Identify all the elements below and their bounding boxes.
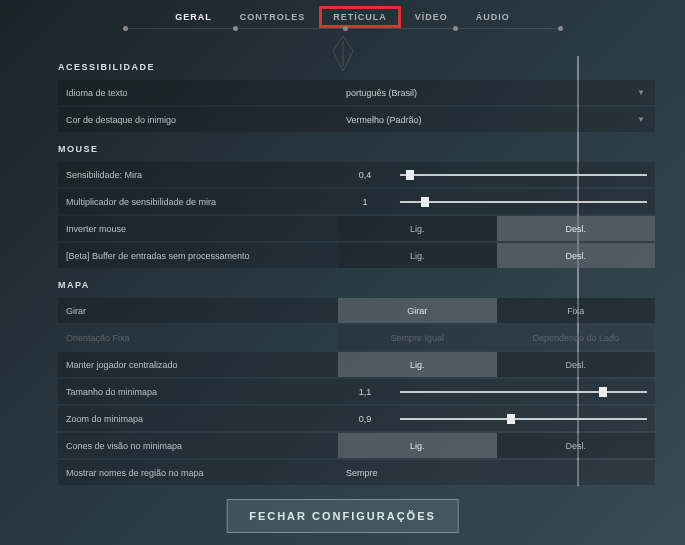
- row-minimap-size: Tamanho do minimapa 1,1: [58, 379, 655, 404]
- dropdown-language-value: português (Brasil): [346, 88, 417, 98]
- section-accessibility: ACESSIBILIDADE: [58, 62, 655, 72]
- label-invert-mouse: Inverter mouse: [58, 224, 338, 234]
- toggle-on[interactable]: Lig.: [338, 352, 497, 377]
- tab-bar: GERAL CONTROLES RETÍCULA VÍDEO ÁUDIO: [0, 0, 685, 28]
- value-minimap-zoom[interactable]: 0,9: [338, 414, 392, 424]
- label-rotate: Girar: [58, 306, 338, 316]
- settings-content: ACESSIBILIDADE Idioma de texto português…: [58, 50, 655, 485]
- row-minimap-zoom: Zoom do minimapa 0,9: [58, 406, 655, 431]
- tab-reticula[interactable]: RETÍCULA: [319, 6, 401, 28]
- toggle-fixed-orientation: Sempre Igual Dependendo do Lado: [338, 325, 655, 350]
- label-sens-multiplier: Multiplicador de sensibilidade de mira: [58, 197, 338, 207]
- toggle-off[interactable]: Desl.: [497, 433, 656, 458]
- toggle-fo-2: Dependendo do Lado: [497, 325, 656, 350]
- toggle-on[interactable]: Lig.: [338, 433, 497, 458]
- tab-video[interactable]: VÍDEO: [401, 6, 462, 28]
- toggle-on[interactable]: Lig.: [338, 216, 497, 241]
- row-language: Idioma de texto português (Brasil) ▼: [58, 80, 655, 105]
- row-rotate: Girar Girar Fixa: [58, 298, 655, 323]
- dropdown-language[interactable]: português (Brasil) ▼: [338, 80, 655, 105]
- row-sens-multiplier: Multiplicador de sensibilidade de mira 1: [58, 189, 655, 214]
- toggle-off[interactable]: Desl.: [497, 216, 656, 241]
- section-mouse: MOUSE: [58, 144, 655, 154]
- value-sensitivity[interactable]: 0,4: [338, 170, 392, 180]
- toggle-on[interactable]: Lig.: [338, 243, 497, 268]
- row-sensitivity: Sensibilidade: Mira 0,4: [58, 162, 655, 187]
- value-minimap-size[interactable]: 1,1: [338, 387, 392, 397]
- row-keep-centered: Manter jogador centralizado Lig. Desl.: [58, 352, 655, 377]
- row-enemy-color: Cor de destaque do inimigo Vermelho (Pad…: [58, 107, 655, 132]
- value-sens-multiplier[interactable]: 1: [338, 197, 392, 207]
- row-invert-mouse: Inverter mouse Lig. Desl.: [58, 216, 655, 241]
- label-fixed-orientation: Orientação Fixa: [58, 333, 338, 343]
- toggle-raw-buffer[interactable]: Lig. Desl.: [338, 243, 655, 268]
- tab-controles[interactable]: CONTROLES: [226, 6, 320, 28]
- toggle-off[interactable]: Desl.: [497, 352, 656, 377]
- section-map: MAPA: [58, 280, 655, 290]
- row-vision-cones: Cones de visão no minimapa Lig. Desl.: [58, 433, 655, 458]
- toggle-rotate-fixa[interactable]: Fixa: [497, 298, 656, 323]
- tab-divider: [123, 28, 563, 29]
- dropdown-enemy-color[interactable]: Vermelho (Padrão) ▼: [338, 107, 655, 132]
- toggle-fo-1: Sempre Igual: [338, 325, 497, 350]
- dropdown-region-names[interactable]: Sempre: [338, 460, 655, 485]
- toggle-vision-cones[interactable]: Lig. Desl.: [338, 433, 655, 458]
- toggle-invert-mouse[interactable]: Lig. Desl.: [338, 216, 655, 241]
- slider-minimap-zoom[interactable]: [392, 406, 655, 431]
- label-keep-centered: Manter jogador centralizado: [58, 360, 338, 370]
- label-raw-buffer: [Beta] Buffer de entradas sem processame…: [58, 251, 338, 261]
- dropdown-region-names-value: Sempre: [346, 468, 378, 478]
- slider-sensitivity[interactable]: [392, 162, 655, 187]
- slider-sens-multiplier[interactable]: [392, 189, 655, 214]
- label-region-names: Mostrar nomes de região no mapa: [58, 468, 338, 478]
- dropdown-enemy-color-value: Vermelho (Padrão): [346, 115, 422, 125]
- tab-geral[interactable]: GERAL: [161, 6, 226, 28]
- toggle-off[interactable]: Desl.: [497, 243, 656, 268]
- chevron-down-icon: ▼: [637, 88, 645, 97]
- slider-minimap-size[interactable]: [392, 379, 655, 404]
- label-sensitivity: Sensibilidade: Mira: [58, 170, 338, 180]
- label-language: Idioma de texto: [58, 88, 338, 98]
- toggle-keep-centered[interactable]: Lig. Desl.: [338, 352, 655, 377]
- row-fixed-orientation: Orientação Fixa Sempre Igual Dependendo …: [58, 325, 655, 350]
- close-settings-button[interactable]: FECHAR CONFIGURAÇÕES: [226, 499, 459, 533]
- label-minimap-zoom: Zoom do minimapa: [58, 414, 338, 424]
- row-region-names: Mostrar nomes de região no mapa Sempre: [58, 460, 655, 485]
- toggle-rotate-girar[interactable]: Girar: [338, 298, 497, 323]
- label-minimap-size: Tamanho do minimapa: [58, 387, 338, 397]
- row-raw-buffer: [Beta] Buffer de entradas sem processame…: [58, 243, 655, 268]
- label-vision-cones: Cones de visão no minimapa: [58, 441, 338, 451]
- chevron-down-icon: ▼: [637, 115, 645, 124]
- tab-audio[interactable]: ÁUDIO: [462, 6, 524, 28]
- label-enemy-color: Cor de destaque do inimigo: [58, 115, 338, 125]
- toggle-rotate[interactable]: Girar Fixa: [338, 298, 655, 323]
